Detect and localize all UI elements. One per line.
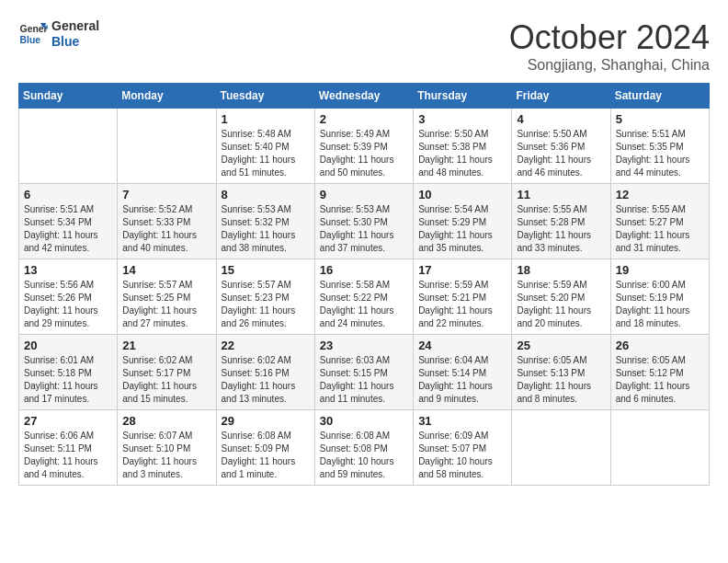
calendar-cell: 28Sunrise: 6:07 AM Sunset: 5:10 PM Dayli… [118, 410, 216, 486]
day-info: Sunrise: 5:53 AM Sunset: 5:32 PM Dayligh… [222, 203, 310, 255]
logo-blue-text: Blue [51, 34, 99, 50]
svg-text:Blue: Blue [20, 34, 41, 44]
day-number: 29 [222, 414, 310, 428]
day-number: 28 [122, 414, 210, 428]
calendar-cell: 18Sunrise: 5:59 AM Sunset: 5:20 PM Dayli… [512, 259, 610, 335]
day-number: 17 [418, 263, 506, 277]
calendar-cell: 23Sunrise: 6:03 AM Sunset: 5:15 PM Dayli… [314, 335, 413, 410]
day-info: Sunrise: 6:08 AM Sunset: 5:09 PM Dayligh… [222, 430, 310, 481]
day-number: 31 [418, 414, 506, 428]
calendar-cell: 21Sunrise: 6:02 AM Sunset: 5:17 PM Dayli… [118, 335, 216, 410]
day-info: Sunrise: 5:55 AM Sunset: 5:27 PM Dayligh… [616, 203, 704, 255]
day-info: Sunrise: 6:07 AM Sunset: 5:10 PM Dayligh… [122, 430, 210, 481]
day-info: Sunrise: 5:57 AM Sunset: 5:25 PM Dayligh… [122, 279, 210, 330]
day-number: 16 [320, 263, 408, 277]
day-number: 1 [222, 112, 310, 126]
day-number: 14 [122, 263, 210, 277]
day-header-tuesday: Tuesday [216, 84, 314, 109]
day-info: Sunrise: 6:00 AM Sunset: 5:19 PM Dayligh… [616, 279, 704, 330]
day-info: Sunrise: 6:05 AM Sunset: 5:12 PM Dayligh… [616, 354, 704, 406]
calendar-week-4: 20Sunrise: 6:01 AM Sunset: 5:18 PM Dayli… [19, 335, 710, 410]
calendar-cell: 27Sunrise: 6:06 AM Sunset: 5:11 PM Dayli… [19, 410, 118, 486]
title-block: October 2024 Songjiang, Shanghai, China [509, 18, 710, 74]
day-info: Sunrise: 6:05 AM Sunset: 5:13 PM Dayligh… [517, 354, 605, 406]
day-number: 8 [222, 188, 310, 201]
day-info: Sunrise: 5:54 AM Sunset: 5:29 PM Dayligh… [418, 203, 506, 255]
calendar-cell [610, 410, 709, 486]
day-number: 4 [517, 112, 605, 126]
calendar-cell: 11Sunrise: 5:55 AM Sunset: 5:28 PM Dayli… [512, 184, 610, 259]
calendar-cell [19, 109, 118, 184]
calendar-cell: 16Sunrise: 5:58 AM Sunset: 5:22 PM Dayli… [314, 259, 413, 335]
day-number: 13 [24, 263, 112, 277]
calendar-cell: 22Sunrise: 6:02 AM Sunset: 5:16 PM Dayli… [216, 335, 314, 410]
calendar-cell: 3Sunrise: 5:50 AM Sunset: 5:38 PM Daylig… [414, 109, 512, 184]
day-info: Sunrise: 5:55 AM Sunset: 5:28 PM Dayligh… [517, 203, 605, 255]
calendar-cell: 29Sunrise: 6:08 AM Sunset: 5:09 PM Dayli… [216, 410, 314, 486]
day-number: 6 [24, 188, 112, 201]
calendar-cell: 1Sunrise: 5:48 AM Sunset: 5:40 PM Daylig… [216, 109, 314, 184]
calendar-cell: 8Sunrise: 5:53 AM Sunset: 5:32 PM Daylig… [216, 184, 314, 259]
day-number: 10 [418, 188, 506, 201]
calendar-cell: 31Sunrise: 6:09 AM Sunset: 5:07 PM Dayli… [414, 410, 512, 486]
day-number: 25 [517, 339, 605, 352]
calendar-cell: 15Sunrise: 5:57 AM Sunset: 5:23 PM Dayli… [216, 259, 314, 335]
day-number: 18 [517, 263, 605, 277]
calendar-week-5: 27Sunrise: 6:06 AM Sunset: 5:11 PM Dayli… [19, 410, 710, 486]
month-title: October 2024 [509, 18, 710, 57]
day-number: 23 [320, 339, 408, 352]
day-info: Sunrise: 5:52 AM Sunset: 5:33 PM Dayligh… [122, 203, 210, 255]
calendar-cell: 12Sunrise: 5:55 AM Sunset: 5:27 PM Dayli… [610, 184, 709, 259]
day-number: 3 [418, 112, 506, 126]
logo-icon: General Blue [18, 19, 48, 49]
calendar-week-2: 6Sunrise: 5:51 AM Sunset: 5:34 PM Daylig… [19, 184, 710, 259]
day-number: 21 [122, 339, 210, 352]
day-number: 20 [24, 339, 112, 352]
day-header-monday: Monday [118, 84, 216, 109]
day-info: Sunrise: 5:59 AM Sunset: 5:21 PM Dayligh… [418, 279, 506, 330]
day-info: Sunrise: 5:48 AM Sunset: 5:40 PM Dayligh… [222, 128, 310, 179]
day-info: Sunrise: 5:51 AM Sunset: 5:34 PM Dayligh… [24, 203, 112, 255]
day-info: Sunrise: 6:06 AM Sunset: 5:11 PM Dayligh… [24, 430, 112, 481]
calendar-cell: 5Sunrise: 5:51 AM Sunset: 5:35 PM Daylig… [610, 109, 709, 184]
calendar-header-row: SundayMondayTuesdayWednesdayThursdayFrid… [19, 84, 710, 109]
day-number: 7 [122, 188, 210, 201]
calendar-table: SundayMondayTuesdayWednesdayThursdayFrid… [18, 83, 710, 486]
calendar-cell: 13Sunrise: 5:56 AM Sunset: 5:26 PM Dayli… [19, 259, 118, 335]
day-number: 26 [616, 339, 704, 352]
day-header-wednesday: Wednesday [314, 84, 413, 109]
day-number: 15 [222, 263, 310, 277]
calendar-week-3: 13Sunrise: 5:56 AM Sunset: 5:26 PM Dayli… [19, 259, 710, 335]
day-number: 27 [24, 414, 112, 428]
calendar-cell: 30Sunrise: 6:08 AM Sunset: 5:08 PM Dayli… [314, 410, 413, 486]
logo: General Blue General Blue [18, 18, 99, 50]
calendar-week-1: 1Sunrise: 5:48 AM Sunset: 5:40 PM Daylig… [19, 109, 710, 184]
day-info: Sunrise: 6:02 AM Sunset: 5:16 PM Dayligh… [222, 354, 310, 406]
day-info: Sunrise: 6:02 AM Sunset: 5:17 PM Dayligh… [122, 354, 210, 406]
day-header-thursday: Thursday [414, 84, 512, 109]
calendar-cell [118, 109, 216, 184]
day-number: 22 [222, 339, 310, 352]
day-info: Sunrise: 5:50 AM Sunset: 5:38 PM Dayligh… [418, 128, 506, 179]
day-number: 2 [320, 112, 408, 126]
day-header-friday: Friday [512, 84, 610, 109]
calendar-cell: 19Sunrise: 6:00 AM Sunset: 5:19 PM Dayli… [610, 259, 709, 335]
calendar-cell: 25Sunrise: 6:05 AM Sunset: 5:13 PM Dayli… [512, 335, 610, 410]
day-info: Sunrise: 6:08 AM Sunset: 5:08 PM Dayligh… [320, 430, 408, 481]
day-header-sunday: Sunday [19, 84, 118, 109]
calendar-cell: 14Sunrise: 5:57 AM Sunset: 5:25 PM Dayli… [118, 259, 216, 335]
location-subtitle: Songjiang, Shanghai, China [509, 57, 710, 74]
day-number: 12 [616, 188, 704, 201]
day-number: 11 [517, 188, 605, 201]
logo-general-text: General [51, 18, 99, 34]
calendar-cell: 4Sunrise: 5:50 AM Sunset: 5:36 PM Daylig… [512, 109, 610, 184]
day-info: Sunrise: 6:03 AM Sunset: 5:15 PM Dayligh… [320, 354, 408, 406]
day-number: 24 [418, 339, 506, 352]
day-info: Sunrise: 5:51 AM Sunset: 5:35 PM Dayligh… [616, 128, 704, 179]
calendar-cell: 7Sunrise: 5:52 AM Sunset: 5:33 PM Daylig… [118, 184, 216, 259]
day-info: Sunrise: 6:09 AM Sunset: 5:07 PM Dayligh… [418, 430, 506, 481]
day-info: Sunrise: 5:49 AM Sunset: 5:39 PM Dayligh… [320, 128, 408, 179]
day-info: Sunrise: 5:50 AM Sunset: 5:36 PM Dayligh… [517, 128, 605, 179]
calendar-cell: 9Sunrise: 5:53 AM Sunset: 5:30 PM Daylig… [314, 184, 413, 259]
day-number: 19 [616, 263, 704, 277]
